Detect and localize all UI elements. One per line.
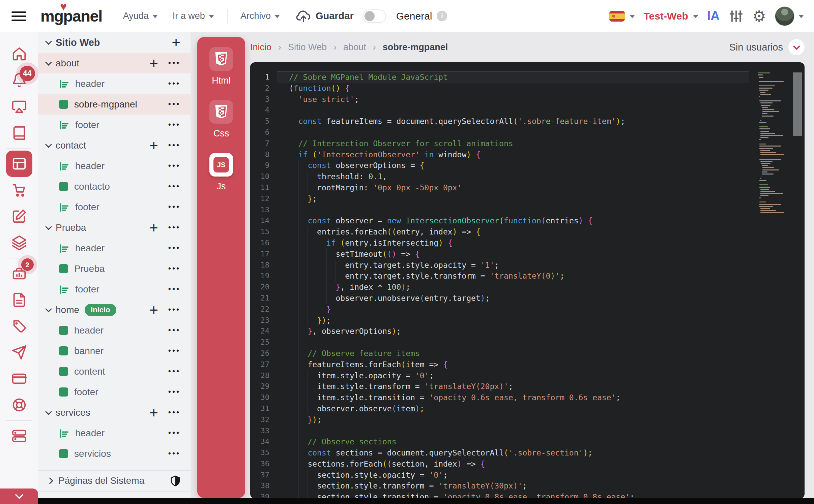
brand-logo[interactable]: mgpanel♥	[40, 7, 102, 25]
breadcrumb-item[interactable]: Sitio Web	[288, 42, 327, 53]
more-options-icon[interactable]	[168, 79, 180, 88]
more-options-icon[interactable]	[168, 429, 180, 438]
tab-html[interactable]: Html	[209, 47, 233, 86]
guardar-button[interactable]: Guardar	[296, 9, 354, 24]
add-block-button[interactable]	[149, 138, 158, 153]
tree-item-sobre-mgpanel[interactable]: sobre-mgpanel	[38, 94, 191, 115]
tree-item-content[interactable]: content	[38, 361, 191, 382]
tree-item-footer[interactable]: footer	[38, 279, 191, 300]
users-dropdown[interactable]: Sin usuarios	[729, 39, 805, 55]
language-selector[interactable]	[609, 11, 635, 22]
line-text: }, index * 100);	[277, 282, 410, 293]
add-block-button[interactable]	[149, 56, 158, 71]
project-selector[interactable]: Test-Web	[644, 10, 698, 22]
tree-item-header[interactable]: header	[38, 320, 191, 341]
rail-shop[interactable]	[6, 177, 32, 203]
tree-item-servicios[interactable]: servicios	[38, 443, 191, 464]
add-block-button[interactable]	[149, 405, 158, 420]
more-options-icon[interactable]	[168, 141, 180, 150]
add-block-button[interactable]	[149, 220, 158, 235]
tree-item-contacto[interactable]: contacto	[38, 176, 191, 197]
more-options-icon[interactable]	[168, 449, 180, 458]
info-icon[interactable]: i	[437, 11, 447, 21]
more-options-icon[interactable]	[168, 285, 180, 294]
breadcrumb-item[interactable]: about	[343, 42, 366, 53]
tree-section-Prueba[interactable]: Prueba	[38, 217, 191, 238]
more-options-icon[interactable]	[168, 244, 180, 253]
more-options-icon[interactable]	[168, 326, 180, 335]
more-options-icon[interactable]	[168, 408, 180, 417]
tree-item-Prueba[interactable]: Prueba	[38, 258, 191, 279]
add-button[interactable]	[172, 494, 180, 498]
line-number: 8	[250, 149, 277, 160]
tree-item-footer[interactable]: footer	[38, 115, 191, 135]
more-options-icon[interactable]	[168, 202, 180, 212]
token: (	[401, 360, 406, 369]
item-label: footer	[75, 202, 99, 213]
more-options-icon[interactable]	[168, 223, 180, 232]
vertical-scrollbar[interactable]	[793, 72, 802, 136]
tree-item-banner[interactable]: banner	[38, 341, 191, 361]
rail-send[interactable]	[6, 339, 32, 366]
rail-business[interactable]: 2	[6, 260, 32, 287]
rail-notifications[interactable]: 44	[6, 67, 32, 93]
minimap-line	[759, 122, 766, 123]
more-options-icon[interactable]	[168, 120, 180, 129]
tree-item-footer[interactable]: footer	[38, 197, 191, 217]
tree-item-header[interactable]: header	[38, 238, 191, 258]
more-options-icon[interactable]	[168, 264, 180, 273]
tree-group-multimedia[interactable]: Multimedia	[38, 491, 191, 498]
rail-docs[interactable]	[6, 120, 32, 146]
tree-section-home[interactable]: homeInicio	[38, 300, 191, 320]
gear-icon[interactable]: ⚙	[752, 8, 766, 24]
more-options-icon[interactable]	[168, 161, 180, 170]
more-options-icon[interactable]	[168, 59, 180, 68]
breadcrumb-item[interactable]: Inicio	[250, 42, 271, 53]
ia-button[interactable]: IA	[707, 9, 720, 23]
tree-item-header[interactable]: header	[38, 156, 191, 176]
tree-item-header[interactable]: header	[38, 73, 191, 94]
minimap[interactable]	[758, 72, 789, 215]
menu-ayuda[interactable]: Ayuda	[123, 11, 158, 21]
tree-item-header[interactable]: header	[38, 423, 191, 443]
more-options-icon[interactable]	[168, 367, 180, 376]
chevron-down-icon	[45, 59, 52, 66]
tree-item-footer[interactable]: footer	[38, 382, 191, 402]
rail-support[interactable]	[6, 392, 32, 418]
rail-pages[interactable]	[6, 287, 32, 313]
more-options-icon[interactable]	[168, 305, 180, 314]
rail-home[interactable]	[6, 41, 32, 67]
tab-js[interactable]: JS Js	[209, 153, 233, 192]
more-options-icon[interactable]	[168, 387, 180, 397]
rail-server[interactable]	[6, 423, 32, 449]
tab-css[interactable]: Css	[209, 100, 233, 139]
collapse-sidebar-button[interactable]	[0, 489, 38, 504]
add-block-button[interactable]	[149, 303, 158, 317]
tree-section-contact[interactable]: contact	[38, 135, 191, 156]
token: {	[415, 250, 420, 258]
tree-header[interactable]: Sitio Web	[38, 32, 191, 53]
server-icon	[11, 428, 27, 444]
more-options-icon[interactable]	[168, 346, 180, 355]
tree-group-páginas-del-sistema[interactable]: Páginas del Sistema	[38, 470, 191, 491]
rail-screens[interactable]	[6, 93, 32, 120]
more-options-icon[interactable]	[168, 100, 180, 109]
rail-tags[interactable]	[6, 313, 32, 339]
indent-guide	[298, 480, 299, 492]
menu-ir-a-web[interactable]: Ir a web	[173, 11, 214, 21]
menu-archivo[interactable]: Archivo	[240, 11, 280, 21]
save-toggle[interactable]	[362, 9, 386, 23]
tree-section-services[interactable]: services	[38, 402, 191, 423]
minimap-line	[758, 72, 770, 73]
code-editor[interactable]: 1// Sobre MGPanel Module JavaScript2(fun…	[250, 62, 805, 499]
user-menu[interactable]	[775, 6, 804, 26]
hamburger-menu-icon[interactable]	[11, 9, 26, 24]
rail-layers[interactable]	[6, 229, 32, 256]
more-options-icon[interactable]	[168, 182, 180, 191]
rail-site-builder[interactable]	[6, 151, 32, 177]
tree-section-about[interactable]: about	[38, 53, 191, 73]
rail-billing[interactable]	[6, 366, 32, 392]
rail-editor[interactable]	[6, 203, 32, 229]
sliders-icon[interactable]	[729, 9, 744, 24]
add-page-button[interactable]	[172, 35, 180, 50]
